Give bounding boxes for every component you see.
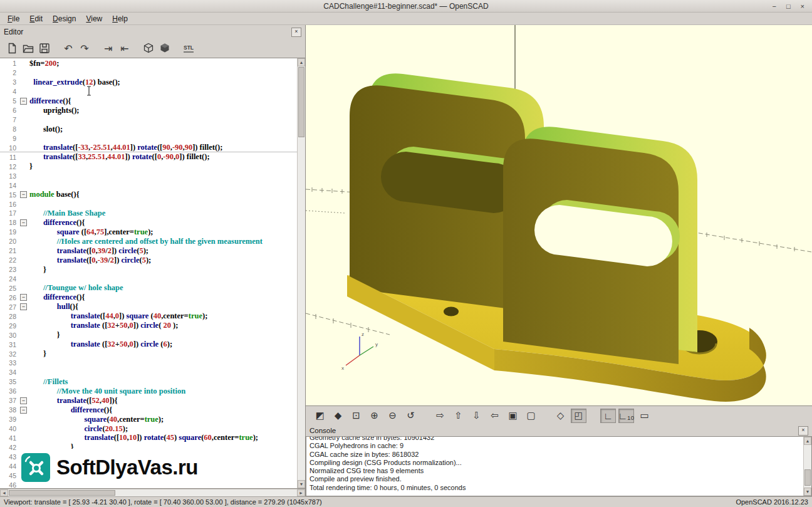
console-scroll-down-icon[interactable]: ▼ — [804, 488, 811, 496]
perspective-button[interactable]: ◰ — [571, 409, 586, 423]
code-line: 31 translate ([32+50,0]) circle (6); — [0, 340, 297, 349]
zoom-out-button[interactable]: ⊖ — [385, 409, 400, 423]
line-number: 3 — [0, 78, 19, 86]
viewport-status-text: Viewport: translate = [ 25.93 -4.21 30.4… — [4, 498, 322, 506]
console-line: CGAL cache size in bytes: 8618032 — [310, 451, 801, 459]
menu-design[interactable]: Design — [48, 14, 81, 24]
line-number: 4 — [0, 88, 19, 95]
fold-marker[interactable]: − — [20, 407, 27, 414]
undo-button[interactable]: ↶ — [60, 40, 76, 56]
code-text: difference(){ — [28, 97, 71, 106]
viewport-3d[interactable]: z x y — [306, 25, 812, 406]
open-file-button[interactable] — [20, 40, 36, 56]
show-scale-markers-button[interactable]: ∟₁₀ — [618, 409, 634, 423]
zoom-in-button[interactable]: ⊕ — [367, 409, 382, 423]
render-button[interactable]: ◆ — [330, 409, 346, 423]
code-text: difference(){ — [28, 218, 85, 227]
code-line: 37− translate([52,40]){ — [0, 396, 297, 405]
code-text: translate([52,40]){ — [28, 396, 118, 405]
view-front-button[interactable]: ▣ — [505, 409, 521, 423]
render-button[interactable] — [157, 40, 173, 56]
code-text: slot(); — [28, 125, 63, 134]
scroll-up-arrow-icon[interactable]: ▲ — [298, 58, 305, 66]
svg-text:y: y — [375, 342, 378, 347]
fold-marker[interactable]: − — [20, 303, 27, 310]
view-all-button[interactable]: ⊡ — [348, 409, 364, 423]
fold-marker[interactable]: − — [20, 191, 27, 198]
line-number: 21 — [0, 247, 19, 254]
model-base-hole — [444, 307, 459, 316]
code-text: //Holes are centered and offset by half … — [28, 237, 263, 246]
render-cube-icon — [159, 42, 171, 55]
preview-button[interactable]: ◩ — [312, 409, 328, 423]
console-scroll-up-icon[interactable]: ▲ — [804, 437, 811, 445]
view-back-button[interactable]: ▢ — [523, 409, 539, 423]
code-editor[interactable]: 1$fn=200;23 linear_extrude(12) base();45… — [0, 58, 305, 489]
line-number: 26 — [0, 294, 19, 301]
console-scroll-thumb[interactable] — [804, 469, 811, 486]
view-bottom-button[interactable]: ⇩ — [469, 409, 484, 423]
minimize-button[interactable]: − — [772, 1, 776, 12]
view-top-button[interactable]: ⇧ — [450, 409, 466, 423]
reset-view-button[interactable]: ↺ — [403, 409, 419, 423]
code-text: //Toungue w/ hole shape — [28, 283, 123, 293]
status-bar: Viewport: translate = [ 25.93 -4.21 30.4… — [0, 496, 812, 507]
save-file-button[interactable] — [36, 40, 53, 56]
code-line: 10 translate([-33,-25.51,44.01]) rotate(… — [0, 143, 297, 152]
editor-vscroll-thumb[interactable] — [298, 67, 304, 137]
editor-hscroll-thumb[interactable] — [9, 490, 115, 496]
editor-panel: Editor × ↶ ↷ ⇥ ⇤ — [0, 25, 306, 496]
code-line: 12} — [0, 162, 297, 171]
scroll-right-arrow-icon[interactable]: ► — [297, 489, 305, 496]
code-line: 18− difference(){ — [0, 218, 297, 227]
fold-marker[interactable]: − — [20, 98, 27, 105]
svg-text:x: x — [341, 365, 344, 371]
menu-help[interactable]: Help — [107, 14, 133, 24]
fold-marker[interactable]: − — [20, 219, 27, 226]
close-button[interactable]: × — [801, 1, 804, 12]
code-line: 34 — [0, 368, 297, 377]
code-text: } — [28, 162, 33, 171]
view-left-button[interactable]: ⇦ — [487, 409, 502, 423]
line-number: 30 — [0, 332, 19, 339]
view-diagonal-button[interactable]: ◇ — [553, 409, 568, 423]
line-number: 19 — [0, 228, 19, 236]
menu-file[interactable]: File — [3, 14, 24, 24]
menu-view[interactable]: View — [81, 14, 107, 24]
open-folder-icon — [22, 42, 34, 55]
maximize-button[interactable]: □ — [786, 1, 791, 12]
new-file-icon — [6, 42, 18, 55]
line-number: 9 — [0, 135, 19, 142]
new-file-button[interactable] — [4, 40, 20, 56]
scroll-left-arrow-icon[interactable]: ◄ — [0, 489, 8, 496]
line-number: 29 — [0, 322, 19, 330]
redo-button[interactable]: ↷ — [76, 40, 93, 56]
line-number: 33 — [0, 359, 19, 367]
export-stl-button[interactable]: STL — [180, 40, 197, 56]
editor-close-button[interactable]: × — [291, 28, 301, 37]
fold-marker[interactable]: − — [20, 294, 27, 301]
code-line: 2 — [0, 68, 297, 78]
preview-button[interactable] — [140, 40, 157, 56]
code-line: 3 linear_extrude(12) base(); — [0, 78, 297, 87]
console-close-button[interactable]: × — [798, 426, 808, 436]
editor-horizontal-scrollbar[interactable]: ◄ ► — [0, 489, 305, 496]
indent-button[interactable]: ⇥ — [100, 40, 117, 56]
code-line: 14 — [0, 180, 297, 190]
redo-icon: ↷ — [80, 43, 88, 55]
fold-marker[interactable]: − — [20, 397, 27, 404]
watermark-text: SoftDlyaVas.ru — [56, 456, 198, 479]
show-axes-button[interactable]: ∟ — [600, 409, 616, 423]
menu-edit[interactable]: Edit — [24, 14, 48, 24]
measure-button[interactable]: ▭ — [637, 409, 652, 423]
scroll-down-arrow-icon[interactable]: ▼ — [298, 480, 305, 488]
console-scrollbar[interactable]: ▲ ▼ — [803, 437, 811, 496]
line-number: 13 — [0, 172, 19, 180]
code-line: 1$fn=200; — [0, 59, 297, 68]
line-number: 20 — [0, 238, 19, 245]
code-line: 38− difference(){ — [0, 405, 297, 415]
editor-vertical-scrollbar[interactable]: ▲ ▼ — [297, 58, 305, 488]
code-text: square(40,center=true); — [28, 415, 164, 424]
view-right-button[interactable]: ⇨ — [432, 409, 448, 423]
unindent-button[interactable]: ⇤ — [117, 40, 133, 56]
